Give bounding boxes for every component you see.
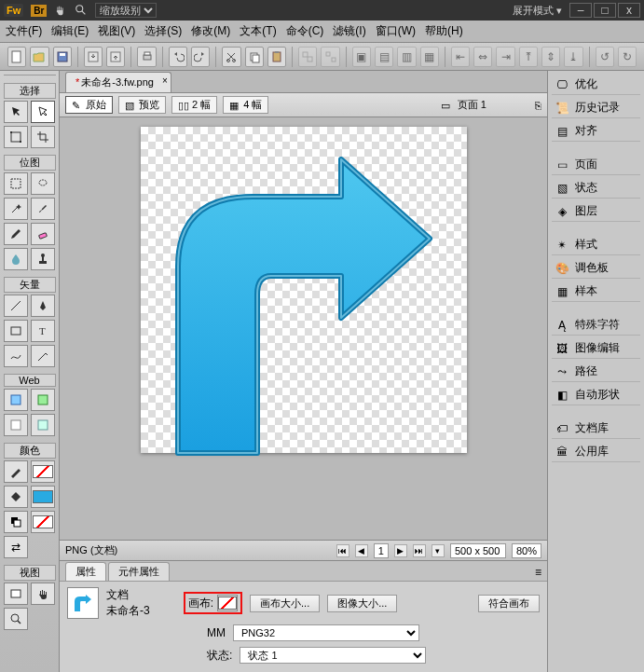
page-menu-button[interactable]: ▾ [432,544,445,557]
bridge-logo[interactable]: Br [31,5,47,17]
crop-tool[interactable] [31,126,55,148]
new-doc-button[interactable] [7,47,26,67]
subselect-tool[interactable] [31,101,55,123]
stroke-color-picker[interactable] [4,460,28,483]
rotate-cw-button[interactable]: ↻ [618,47,637,67]
symbol-properties-tab[interactable]: 元件属性 [108,562,170,581]
import-button[interactable] [84,47,103,67]
screen-mode-button[interactable] [4,583,28,605]
history-panel-button[interactable]: 📜历史记录 [552,98,640,118]
print-button[interactable] [137,47,156,67]
zoom-level-select[interactable]: 缩放级别 [95,3,157,18]
canvas-color-swatch[interactable] [217,595,238,611]
text-tool[interactable]: T [31,320,55,342]
auto-shapes-panel-button[interactable]: ◧自动形状 [552,385,640,405]
pointer-tool[interactable] [4,101,28,123]
document-tab[interactable]: *未命名-3.fw.png × [65,72,171,92]
align-left-button[interactable]: ⇤ [451,47,470,67]
format-select[interactable]: PNG32 [233,624,419,641]
freeform-tool[interactable] [4,345,28,367]
panel-menu-icon[interactable]: ≡ [529,564,547,581]
pages-panel-button[interactable]: ▭页面 [552,155,640,175]
menu-window[interactable]: 窗口(W) [376,23,416,39]
align-center-h-button[interactable]: ⇔ [473,47,492,67]
page-options-icon[interactable]: ⎘ [535,100,541,111]
last-page-button[interactable]: ⏭ [413,544,426,557]
canvas[interactable] [141,127,467,453]
special-chars-panel-button[interactable]: Ą特殊字符 [552,315,640,336]
lasso-tool[interactable] [31,172,55,195]
window-minimize-button[interactable]: – [569,3,592,18]
optimize-panel-button[interactable]: 🖵优化 [552,75,640,95]
prev-page-button[interactable]: ◀ [355,544,368,557]
close-tab-button[interactable]: × [162,75,168,86]
hide-slices-button[interactable] [4,414,28,436]
align-top-button[interactable]: ⤒ [519,47,538,67]
layers-panel-button[interactable]: ◈图层 [552,201,640,222]
styles-panel-button[interactable]: ✴样式 [552,235,640,255]
page-number-field[interactable]: 1 [374,543,389,558]
rotate-ccw-button[interactable]: ↺ [596,47,614,67]
export-button[interactable] [106,47,125,67]
menu-modify[interactable]: 修改(M) [191,23,230,39]
doc-library-panel-button[interactable]: 🏷文档库 [552,418,640,439]
properties-tab[interactable]: 属性 [65,562,106,581]
align-center-v-button[interactable]: ⇕ [541,47,560,67]
image-size-button[interactable]: 图像大小... [327,595,397,612]
common-library-panel-button[interactable]: 🏛公用库 [552,442,640,462]
view-4up-button[interactable]: ▦ 4 幅 [223,96,268,114]
path-panel-button[interactable]: ⤳路径 [552,362,640,382]
copy-button[interactable] [245,47,264,67]
workspace-mode-label[interactable]: 展开模式 ▾ [513,4,562,18]
window-close-button[interactable]: x [618,3,640,18]
menu-select[interactable]: 选择(S) [144,23,182,39]
blur-tool[interactable] [4,248,28,270]
hand-tool[interactable] [31,583,55,605]
states-panel-button[interactable]: ▧状态 [552,178,640,199]
fill-color-picker[interactable] [4,486,28,508]
marquee-tool[interactable] [4,172,28,195]
stroke-color-swatch[interactable] [31,460,55,483]
undo-button[interactable] [169,47,187,67]
knife-tool[interactable] [31,345,55,367]
align-panel-button[interactable]: ▤对齐 [552,121,640,142]
align-bottom-button[interactable]: ⤓ [564,47,582,67]
eraser-tool[interactable] [31,223,55,245]
canvas-size-button[interactable]: 画布大小... [250,595,320,612]
first-page-button[interactable]: ⏮ [336,544,349,557]
save-button[interactable] [53,47,72,67]
show-slices-button[interactable] [31,414,55,436]
swap-colors-button[interactable]: ⇄ [4,536,28,558]
align-right-button[interactable]: ⇥ [496,47,514,67]
view-original-button[interactable]: ✎ 原始 [65,96,113,114]
group-button[interactable] [298,47,317,67]
menu-edit[interactable]: 编辑(E) [51,23,89,39]
view-preview-button[interactable]: ▧ 预览 [118,96,166,114]
fill-color-swatch[interactable] [31,486,55,508]
menu-filters[interactable]: 滤镜(I) [333,23,365,39]
redo-button[interactable] [191,47,210,67]
menu-view[interactable]: 视图(V) [98,23,135,39]
image-editing-panel-button[interactable]: 🖼图像编辑 [552,338,640,359]
default-colors-button[interactable] [4,511,28,533]
open-button[interactable] [30,47,48,67]
paste-button[interactable] [267,47,286,67]
cut-button[interactable] [222,47,240,67]
line-tool[interactable] [4,295,28,317]
menu-help[interactable]: 帮助(H) [425,23,463,39]
window-maximize-button[interactable]: □ [594,3,616,18]
bring-front-button[interactable]: ▣ [352,47,371,67]
scale-tool[interactable] [4,126,28,148]
view-2up-button[interactable]: ▯▯ 2 幅 [171,96,217,114]
menu-text[interactable]: 文本(T) [240,23,276,39]
rubber-stamp-tool[interactable] [31,248,55,270]
menu-file[interactable]: 文件(F) [6,23,42,39]
state-select[interactable]: 状态 1 [240,647,426,664]
pencil-tool[interactable] [4,223,28,245]
no-color-button[interactable] [31,511,55,533]
palette-panel-button[interactable]: ▦样本 [552,281,640,302]
bring-forward-button[interactable]: ▤ [375,47,393,67]
zoom-tool[interactable] [4,608,28,630]
zoom-field[interactable]: 80% [512,543,541,558]
fit-canvas-button[interactable]: 符合画布 [478,595,540,612]
